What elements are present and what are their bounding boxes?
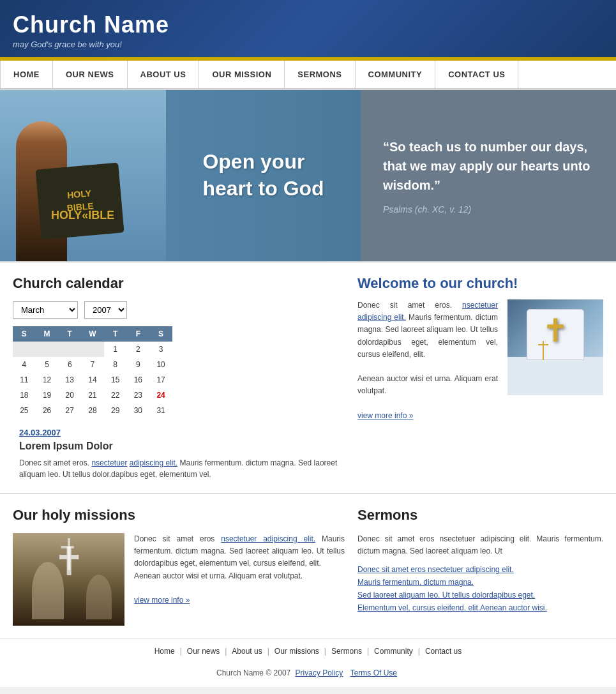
calendar-day[interactable]: 7 (81, 357, 104, 372)
nav-item-home[interactable]: HOME (0, 61, 53, 88)
calendar-day[interactable]: 10 (149, 357, 172, 372)
calendar-day[interactable]: 28 (81, 403, 104, 418)
sermon-link[interactable]: Donec sit amet eros nsectetuer adipiscin… (357, 565, 603, 574)
sermons-intro: Donec sit amet eros nsectetuer adipiscin… (357, 533, 603, 557)
missions-view-more[interactable]: view more info (134, 596, 190, 605)
sermons-section: Sermons Donec sit amet eros nsectetuer a… (357, 507, 603, 626)
calendar-day[interactable]: 11 (13, 372, 36, 388)
welcome-section: Welcome to our church! Donec sit amet er… (357, 275, 603, 480)
calendar-day[interactable]: 2 (127, 342, 150, 357)
event-date-link[interactable]: 24.03.2007 (19, 428, 345, 437)
footer-nav-item-our-missions[interactable]: Our missions (274, 647, 319, 656)
calendar-day[interactable]: 20 (58, 388, 81, 403)
footer-nav-item-community[interactable]: Community (374, 647, 413, 656)
calendar-day[interactable]: 5 (36, 357, 59, 372)
calendar-day (58, 342, 81, 357)
calendar-day[interactable]: 19 (36, 388, 59, 403)
calendar-day[interactable]: 12 (36, 372, 59, 388)
calendar-day[interactable]: 23 (127, 388, 150, 403)
year-select[interactable]: 20052006200720082009 (84, 301, 127, 319)
footer-nav-separator: | (225, 647, 227, 656)
footer-nav-item-about-us[interactable]: About us (232, 647, 262, 656)
hero-banner: HOLYBIBLE Open your heart to God “So tea… (0, 90, 616, 262)
nav-item-about-us[interactable]: ABOUT US (128, 61, 200, 88)
calendar-day[interactable]: 16 (127, 372, 150, 388)
sermon-link[interactable]: Mauris fermentum. dictum magna. (357, 578, 603, 587)
calendar-day[interactable]: 27 (58, 403, 81, 418)
nav-item-community[interactable]: COMMUNITY (356, 61, 436, 88)
calendar-day[interactable]: 13 (58, 372, 81, 388)
main-nav: HOMEOUR NEWSABOUT USOUR MISSIONSERMONSCO… (0, 61, 616, 89)
nav-item-sermons[interactable]: SERMONS (285, 61, 355, 88)
footer-nav-item-our-news[interactable]: Our news (187, 647, 220, 656)
calendar-day[interactable]: 18 (13, 388, 36, 403)
calendar-section: Church calendar JanuaryFebruaryMarchApri… (13, 275, 345, 480)
nav-item-our-news[interactable]: OUR NEWS (53, 61, 128, 88)
nav-item-contact-us[interactable]: CONTACT US (435, 61, 518, 88)
missions-text: Donec sit amet eros nsectetuer adipiscin… (134, 533, 345, 626)
footer-nav-item-home[interactable]: Home (154, 647, 175, 656)
calendar-day[interactable]: 24 (149, 388, 172, 403)
event-link1[interactable]: nsectetuer (91, 458, 127, 467)
welcome-inner: Donec sit amet eros. nsectetuer adipisci… (357, 299, 603, 422)
footer-nav-separator: | (367, 647, 369, 656)
welcome-view-more[interactable]: view more info (357, 411, 413, 420)
cal-day-header: T (58, 326, 81, 342)
calendar-day[interactable]: 15 (104, 372, 127, 388)
cal-day-header: W (81, 326, 104, 342)
calendar-day[interactable]: 1 (104, 342, 127, 357)
welcome-link1[interactable]: nsectetuer adipiscing elit. (357, 301, 498, 322)
sermon-link[interactable]: Sed laoreet aliquam leo. Ut tellus dolor… (357, 591, 603, 600)
calendar-day[interactable]: 21 (81, 388, 104, 403)
missions-title: Our holy missions (13, 507, 345, 524)
calendar-day[interactable]: 9 (127, 357, 150, 372)
calendar-day[interactable]: 26 (36, 403, 59, 418)
missions-section: Our holy missions Donec sit amet eros ns… (13, 507, 345, 626)
calendar-day[interactable]: 22 (104, 388, 127, 403)
footer-privacy-link[interactable]: Privacy Policy (296, 668, 343, 677)
calendar-day[interactable]: 4 (13, 357, 36, 372)
site-title: Church Name (13, 11, 603, 38)
calendar-day[interactable]: 30 (127, 403, 150, 418)
sermons-title: Sermons (357, 507, 603, 524)
nav-item-our-mission[interactable]: OUR MISSION (199, 61, 285, 88)
calendar-day[interactable]: 17 (149, 372, 172, 388)
event-text: Donec sit amet eros. nsectetuer adipisci… (19, 457, 345, 480)
footer-nav-separator: | (267, 647, 269, 656)
main-content: Church calendar JanuaryFebruaryMarchApri… (0, 262, 616, 494)
site-tagline: may God's grace be with you! (13, 40, 603, 49)
calendar-day[interactable]: 14 (81, 372, 104, 388)
event-title: Lorem Ipsum Dolor (19, 441, 345, 452)
calendar-header-row: SMTWTFS (13, 326, 172, 342)
banner-quote: “So teach us to number our days, that we… (383, 137, 594, 195)
footer-terms-link[interactable]: Terms Of Use (350, 668, 397, 677)
calendar-week-row: 25262728293031 (13, 403, 172, 418)
cal-day-header: T (104, 326, 127, 342)
calendar-day[interactable]: 6 (58, 357, 81, 372)
footer-nav: Home|Our news|About us|Our missions|Serm… (0, 638, 616, 663)
lower-content: Our holy missions Donec sit amet eros ns… (0, 494, 616, 638)
calendar-day[interactable]: 8 (104, 357, 127, 372)
footer-nav-item-sermons[interactable]: Sermons (331, 647, 362, 656)
calendar-day[interactable]: 3 (149, 342, 172, 357)
cal-day-header: M (36, 326, 59, 342)
footer-bottom: Church Name © 2007 Privacy Policy Terms … (0, 663, 616, 687)
missions-link[interactable]: nsectetuer adipiscing elit. (221, 534, 315, 543)
sermon-link[interactable]: Elementum vel, cursus eleifend, elit.Aen… (357, 603, 603, 612)
calendar-day[interactable]: 29 (104, 403, 127, 418)
banner-quote-source: Psalms (ch. XC, v. 12) (383, 204, 594, 215)
footer-nav-item-contact-us[interactable]: Contact us (425, 647, 462, 656)
calendar-table: SMTWTFS 12345678910111213141516171819202… (13, 326, 172, 418)
calendar-day[interactable]: 31 (149, 403, 172, 418)
cal-day-header: F (127, 326, 150, 342)
calendar-day[interactable]: 25 (13, 403, 36, 418)
month-select[interactable]: JanuaryFebruaryMarchAprilMayJuneJulyAugu… (13, 301, 78, 319)
banner-headline: Open your heart to God (166, 136, 361, 215)
calendar-week-row: 11121314151617 (13, 372, 172, 388)
calendar-body: 1234567891011121314151617181920212223242… (13, 342, 172, 418)
missions-image (13, 533, 124, 626)
calendar-event: 24.03.2007 Lorem Ipsum Dolor Donec sit a… (19, 428, 345, 480)
welcome-title: Welcome to our church! (357, 275, 603, 292)
calendar-week-row: 45678910 (13, 357, 172, 372)
event-link2[interactable]: adipiscing elit. (130, 458, 177, 467)
